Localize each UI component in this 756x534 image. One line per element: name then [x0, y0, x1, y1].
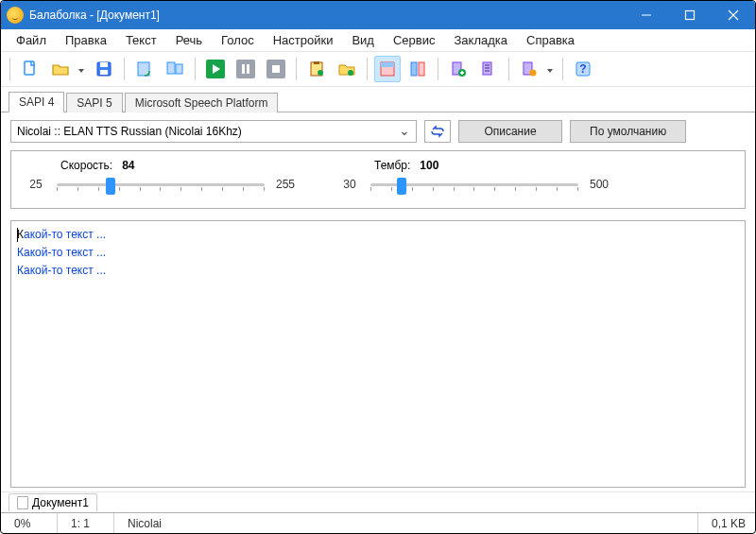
bookmark-add-button[interactable] [445, 56, 472, 82]
separator [508, 58, 509, 80]
svg-point-20 [348, 70, 353, 76]
speed-label: Скорость: [60, 159, 112, 172]
separator [367, 58, 368, 80]
svg-text:?: ? [579, 62, 586, 76]
menu-help[interactable]: Справка [517, 31, 584, 49]
voice-row: Nicolai :: ELAN TTS Russian (Nicolai 16K… [10, 120, 746, 143]
text-editor[interactable]: Какой-то текст ... Какой-то текст ... Ка… [10, 220, 746, 488]
svg-rect-18 [314, 61, 319, 64]
maximize-button[interactable] [668, 1, 712, 29]
svg-rect-13 [242, 64, 245, 74]
app-window: Балаболка - [Документ1] Файл Правка Текс… [0, 0, 756, 534]
save-button[interactable] [91, 56, 117, 82]
svg-rect-1 [686, 11, 695, 20]
sliders-box: Скорость: 84 25 255 Тембр: 100 [10, 150, 746, 209]
app-icon [7, 7, 24, 24]
menu-bookmark[interactable]: Закладка [444, 31, 517, 49]
status-progress: 0% [1, 513, 58, 533]
separator [438, 58, 438, 80]
menubar: Файл Правка Текст Речь Голос Настройки В… [1, 29, 755, 52]
svg-point-29 [530, 70, 537, 77]
view-mode-b-button[interactable] [404, 56, 431, 82]
engine-tabs: SAPI 4 SAPI 5 Microsoft Speech Platform [1, 87, 755, 112]
svg-rect-9 [167, 62, 175, 74]
open-recent-dropdown[interactable] [77, 62, 87, 76]
svg-rect-10 [176, 64, 182, 74]
speed-slider[interactable] [57, 174, 265, 195]
status-voice: Nicolai [114, 513, 698, 533]
save-audio-button[interactable] [131, 56, 158, 82]
default-button[interactable]: По умолчанию [570, 120, 686, 143]
svg-rect-23 [411, 62, 417, 76]
menu-speech[interactable]: Речь [166, 31, 212, 49]
help-button[interactable]: ? [570, 56, 596, 82]
status-position: 1: 1 [58, 513, 114, 533]
document-tabs: Документ1 [1, 491, 755, 512]
save-audio-split-button[interactable] [162, 56, 188, 82]
close-button[interactable] [712, 1, 755, 29]
titlebar: Балаболка - [Документ1] [1, 1, 755, 29]
window-title: Балаболка - [Документ1] [29, 9, 160, 22]
voice-selected-label: Nicolai :: ELAN TTS Russian (Nicolai 16K… [17, 125, 242, 138]
svg-point-19 [318, 70, 323, 76]
view-mode-a-button[interactable] [374, 56, 401, 82]
speed-max: 255 [272, 178, 299, 191]
play-button[interactable] [202, 56, 229, 82]
voice-panel: Nicolai :: ELAN TTS Russian (Nicolai 16K… [1, 112, 755, 213]
pitch-slider-group: Тембр: 100 30 500 [336, 159, 612, 195]
dictionary-button[interactable] [516, 56, 542, 82]
pitch-max: 500 [586, 178, 612, 191]
menu-view[interactable]: Вид [342, 31, 384, 49]
svg-rect-8 [138, 62, 149, 76]
describe-button[interactable]: Описание [458, 120, 562, 143]
svg-rect-22 [381, 62, 394, 67]
new-file-button[interactable] [17, 56, 43, 82]
open-file-button[interactable] [47, 56, 74, 82]
speed-slider-group: Скорость: 84 25 255 [23, 159, 299, 195]
voice-select[interactable]: Nicolai :: ELAN TTS Russian (Nicolai 16K… [10, 120, 417, 143]
editor-line: Какой-то текст ... [17, 261, 739, 279]
speed-value: 84 [122, 159, 134, 172]
document-icon [17, 496, 28, 509]
svg-rect-16 [272, 65, 280, 73]
pitch-value: 100 [420, 159, 438, 172]
menu-settings[interactable]: Настройки [264, 31, 343, 49]
svg-rect-14 [247, 64, 249, 74]
editor-line: Какой-то текст ... [17, 225, 739, 243]
read-clipboard-button[interactable] [303, 56, 330, 82]
open-clipboard-button[interactable] [334, 56, 360, 82]
document-tab[interactable]: Документ1 [9, 493, 97, 511]
pause-button[interactable] [232, 56, 259, 82]
pitch-label: Тембр: [374, 159, 410, 172]
statusbar: 0% 1: 1 Nicolai 0,1 KB [1, 512, 755, 533]
menu-text[interactable]: Текст [116, 31, 166, 49]
stop-button[interactable] [263, 56, 289, 82]
editor-line: Какой-то текст ... [17, 243, 739, 261]
window-controls [625, 1, 755, 29]
menu-edit[interactable]: Правка [56, 31, 116, 49]
pitch-min: 30 [336, 178, 363, 191]
separator [124, 58, 125, 80]
menu-voice[interactable]: Голос [212, 31, 264, 49]
svg-rect-4 [25, 61, 34, 75]
svg-rect-12 [236, 60, 255, 78]
bookmark-list-button[interactable] [475, 56, 502, 82]
separator [562, 58, 563, 80]
menu-file[interactable]: Файл [7, 31, 56, 49]
separator [195, 58, 196, 80]
toolbar: ? [1, 52, 755, 87]
tab-sapi4[interactable]: SAPI 4 [9, 92, 64, 112]
swap-voice-button[interactable] [424, 120, 451, 143]
separator [296, 58, 297, 80]
speed-min: 25 [23, 178, 49, 191]
status-size: 0,1 KB [698, 513, 755, 533]
svg-rect-6 [100, 62, 108, 67]
minimize-button[interactable] [625, 1, 668, 29]
dictionary-dropdown[interactable] [546, 62, 556, 76]
svg-rect-24 [419, 62, 424, 76]
menu-service[interactable]: Сервис [384, 31, 445, 49]
separator [9, 58, 10, 80]
tab-sapi5[interactable]: SAPI 5 [66, 93, 122, 112]
pitch-slider[interactable] [370, 174, 578, 195]
tab-ms-speech[interactable]: Microsoft Speech Platform [125, 93, 279, 112]
